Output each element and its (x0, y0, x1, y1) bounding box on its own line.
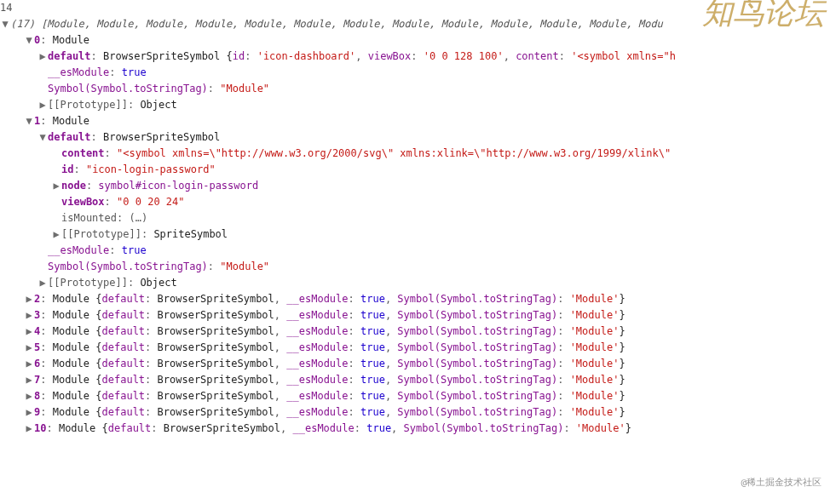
chevron-right-icon[interactable]: ▶ (24, 307, 34, 324)
item-0-default[interactable]: ▶default: BrowserSpriteSymbol {id: 'icon… (0, 49, 830, 65)
item-5-collapsed[interactable]: ▶5: Module {default: BrowserSpriteSymbol… (0, 340, 830, 356)
chevron-right-icon[interactable]: ▶ (24, 421, 34, 437)
chevron-right-icon[interactable]: ▶ (37, 97, 48, 113)
watermark-bottom: @稀土掘金技术社区 (741, 474, 821, 490)
chevron-right-icon[interactable]: ▶ (24, 372, 34, 388)
item-10-collapsed[interactable]: ▶10: Module {default: BrowserSpriteSymbo… (0, 421, 830, 437)
chevron-down-icon[interactable]: ▼ (24, 113, 34, 129)
item-8-collapsed[interactable]: ▶8: Module {default: BrowserSpriteSymbol… (0, 388, 830, 404)
item-type: Module (53, 34, 89, 46)
item-1-viewbox[interactable]: viewBox: "0 0 20 24" (0, 194, 830, 210)
item-1-default[interactable]: ▼default: BrowserSpriteSymbol (0, 129, 830, 146)
item-3-collapsed[interactable]: ▶3: Module {default: BrowserSpriteSymbol… (0, 307, 830, 324)
chevron-right-icon[interactable]: ▶ (51, 226, 61, 243)
item-7-collapsed[interactable]: ▶7: Module {default: BrowserSpriteSymbol… (0, 372, 830, 388)
item-0-prototype[interactable]: ▶[[Prototype]]: Object (0, 97, 830, 113)
item-1-node[interactable]: ▶node: symbol#icon-login-password (0, 178, 830, 194)
item-9-collapsed[interactable]: ▶9: Module {default: BrowserSpriteSymbol… (0, 404, 830, 421)
chevron-down-icon[interactable]: ▼ (24, 32, 34, 49)
item-1-esmodule[interactable]: __esModule: true (0, 243, 830, 259)
chevron-right-icon[interactable]: ▶ (24, 356, 34, 372)
item-4-collapsed[interactable]: ▶4: Module {default: BrowserSpriteSymbol… (0, 324, 830, 340)
array-header[interactable]: ▼(17) [Module, Module, Module, Module, M… (0, 16, 830, 32)
chevron-right-icon[interactable]: ▶ (24, 340, 34, 356)
item-1-id[interactable]: id: "icon-login-password" (0, 162, 830, 178)
item-1-header[interactable]: ▼1: Module (0, 113, 830, 129)
chevron-right-icon[interactable]: ▶ (24, 388, 34, 404)
chevron-right-icon[interactable]: ▶ (37, 275, 48, 291)
chevron-right-icon[interactable]: ▶ (51, 178, 61, 194)
chevron-right-icon[interactable]: ▶ (24, 324, 34, 340)
item-1-prototype-inner[interactable]: ▶[[Prototype]]: SpriteSymbol (0, 226, 830, 243)
chevron-down-icon[interactable]: ▼ (37, 129, 48, 146)
item-1-prototype-outer[interactable]: ▶[[Prototype]]: Object (0, 275, 830, 291)
source-line-number: 14 (0, 0, 830, 16)
array-length: (17) (10, 18, 35, 30)
item-1-symboltag[interactable]: Symbol(Symbol.toStringTag): "Module" (0, 259, 830, 275)
item-0-header[interactable]: ▼0: Module (0, 32, 830, 49)
item-0-esmodule[interactable]: __esModule: true (0, 65, 830, 81)
item-2-collapsed[interactable]: ▶2: Module {default: BrowserSpriteSymbol… (0, 291, 830, 307)
chevron-right-icon[interactable]: ▶ (24, 404, 34, 421)
item-1-content[interactable]: content: "<symbol xmlns=\"http://www.w3.… (0, 146, 830, 162)
item-1-ismounted[interactable]: isMounted: (…) (0, 210, 830, 226)
chevron-down-icon[interactable]: ▼ (0, 16, 10, 32)
chevron-right-icon[interactable]: ▶ (37, 49, 48, 65)
array-preview: [Module, Module, Module, Module, Module,… (41, 18, 663, 30)
item-6-collapsed[interactable]: ▶6: Module {default: BrowserSpriteSymbol… (0, 356, 830, 372)
chevron-right-icon[interactable]: ▶ (24, 291, 34, 307)
item-0-symboltag[interactable]: Symbol(Symbol.toStringTag): "Module" (0, 81, 830, 97)
